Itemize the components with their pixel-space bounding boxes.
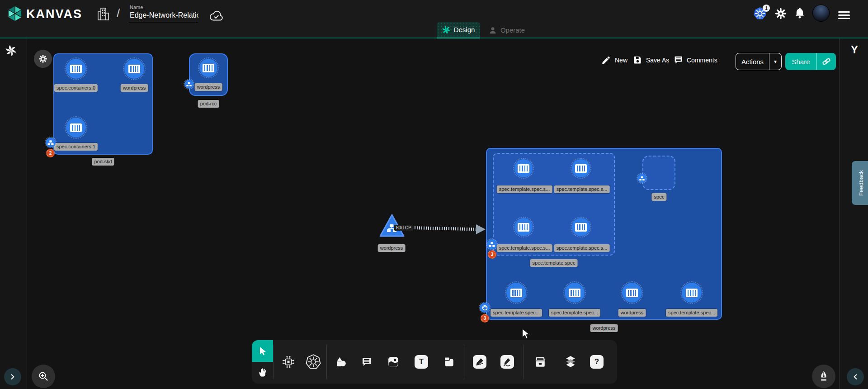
- tab-operate[interactable]: Operate: [480, 22, 533, 38]
- container-icon: [575, 223, 587, 232]
- container-icon: [626, 289, 638, 297]
- container-label: wordpress: [618, 309, 646, 317]
- deployment-resource-icon[interactable]: [480, 303, 490, 313]
- draw-pen-button[interactable]: [812, 365, 835, 388]
- brand-wordmark: KANVAS: [26, 7, 82, 21]
- template-spec-group[interactable]: [493, 153, 615, 256]
- actions-split-button[interactable]: Actions ▾: [736, 53, 782, 70]
- tab-operate-label: Operate: [500, 26, 525, 34]
- help-glyph: ?: [590, 355, 604, 369]
- container-label: spec.template.spec.s...: [497, 244, 552, 252]
- pod-skd-label: pod-skd: [92, 158, 114, 166]
- new-label: New: [615, 57, 627, 64]
- node-config-button[interactable]: [34, 50, 52, 68]
- container-node[interactable]: [622, 283, 642, 303]
- share-link-section[interactable]: [817, 53, 836, 70]
- share-split-button[interactable]: Share: [785, 53, 836, 70]
- design-name-label: Name: [130, 5, 198, 10]
- container-label: spec.template.spec...: [549, 309, 600, 317]
- pod-resource-icon[interactable]: [487, 239, 497, 249]
- deployment-label: wordpress: [590, 324, 618, 332]
- context-count-badge: 1: [763, 5, 770, 12]
- container-icon: [518, 164, 529, 173]
- kubernetes-tool[interactable]: [305, 354, 321, 370]
- template-spec-label: spec.template.spec: [530, 259, 578, 267]
- container-node[interactable]: [572, 218, 590, 236]
- hamburger-menu-icon[interactable]: [838, 9, 850, 21]
- actions-dropdown-arrow[interactable]: ▾: [769, 53, 781, 70]
- comments-button[interactable]: Comments: [674, 55, 717, 65]
- organization-icon[interactable]: [97, 7, 109, 21]
- container-node[interactable]: [66, 118, 86, 138]
- service-edge[interactable]: [401, 223, 490, 235]
- note-tool[interactable]: [441, 354, 457, 370]
- config-flower-icon: [39, 55, 47, 63]
- save-as-label: Save As: [646, 57, 669, 64]
- text-tool[interactable]: T: [413, 354, 429, 370]
- pod-resource-icon[interactable]: [46, 138, 56, 147]
- container-node[interactable]: [124, 59, 144, 79]
- container-icon: [128, 65, 140, 73]
- pan-hand-icon: [258, 367, 268, 377]
- error-count-badge[interactable]: 3: [481, 314, 489, 323]
- image-tool[interactable]: [385, 354, 401, 370]
- pan-tool-button[interactable]: [252, 362, 273, 383]
- container-node[interactable]: [682, 283, 702, 303]
- error-count-badge[interactable]: 2: [46, 149, 55, 157]
- user-avatar[interactable]: [812, 5, 830, 22]
- design-name-value[interactable]: Edge-Network-Relatio: [130, 11, 198, 22]
- zoom-in-magnifier-icon: [38, 371, 49, 382]
- design-spiral-icon: [442, 26, 450, 34]
- container-node[interactable]: [66, 59, 86, 79]
- container-label: spec.template.spec.s...: [554, 185, 610, 193]
- container-label: wordpress: [195, 83, 222, 91]
- pod-rcc-label: pod-rcc: [198, 100, 219, 108]
- archive-drawer-tool[interactable]: [532, 354, 548, 370]
- container-label: spec.template.spec...: [666, 309, 717, 317]
- kanvas-logo-icon[interactable]: [6, 5, 24, 22]
- pod-resource-icon[interactable]: [637, 174, 646, 183]
- container-icon: [569, 289, 580, 297]
- container-node[interactable]: [572, 159, 590, 177]
- left-rail: [0, 38, 27, 389]
- notifications-bell-icon[interactable]: [794, 7, 805, 19]
- spec-node[interactable]: [642, 156, 675, 190]
- cloud-saved-icon: [209, 10, 224, 22]
- shapes-tool[interactable]: [333, 354, 349, 370]
- y-panel-icon[interactable]: Y: [851, 43, 858, 56]
- select-tool-button[interactable]: [252, 340, 273, 362]
- tab-design[interactable]: Design: [437, 22, 480, 38]
- new-button[interactable]: New: [601, 55, 627, 65]
- actions-label[interactable]: Actions: [736, 53, 769, 70]
- freehand-draw-tool[interactable]: [499, 354, 515, 370]
- pen-tool[interactable]: [472, 354, 488, 370]
- select-cursor-icon: [258, 346, 268, 356]
- collapse-right-panel-button[interactable]: [847, 368, 864, 385]
- container-node[interactable]: [565, 283, 585, 303]
- error-count-badge[interactable]: 3: [488, 250, 496, 259]
- container-node[interactable]: [199, 59, 217, 77]
- mouse-cursor: [521, 328, 531, 339]
- container-icon: [518, 223, 529, 232]
- save-as-button[interactable]: Save As: [633, 55, 669, 65]
- container-node[interactable]: [506, 283, 526, 303]
- share-label[interactable]: Share: [785, 53, 817, 70]
- container-label: spec.containers.0: [54, 84, 98, 92]
- chevron-left-icon: [852, 373, 859, 380]
- comment-tool[interactable]: [359, 354, 375, 370]
- pod-resource-icon[interactable]: [184, 80, 193, 89]
- container-icon: [575, 164, 587, 173]
- design-name-field[interactable]: Name Edge-Network-Relatio: [130, 5, 198, 22]
- container-node[interactable]: [514, 159, 533, 177]
- container-label: spec.template.spec...: [491, 309, 542, 317]
- feedback-tab[interactable]: Feedback: [852, 161, 868, 205]
- layers-tool[interactable]: [562, 354, 579, 370]
- new-pencil-icon: [601, 55, 611, 65]
- expand-left-panel-button[interactable]: [4, 368, 21, 385]
- meshery-spiral-icon[interactable]: [5, 45, 16, 56]
- container-node[interactable]: [514, 218, 533, 236]
- help-tool[interactable]: ?: [589, 354, 605, 370]
- settings-gear-icon[interactable]: [775, 8, 787, 19]
- zoom-button[interactable]: [32, 365, 55, 388]
- component-chip-tool[interactable]: [280, 354, 297, 370]
